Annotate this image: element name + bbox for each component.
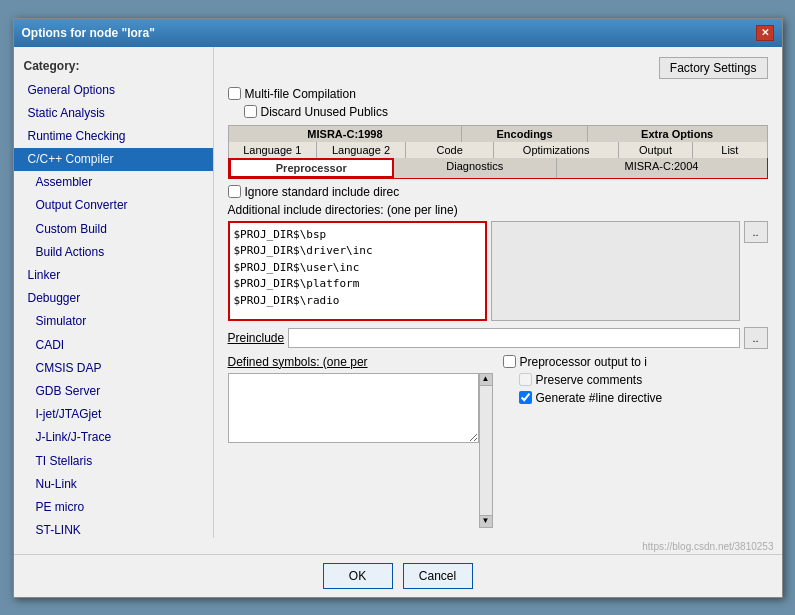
sidebar-item-ijet[interactable]: I-jet/JTAGjet (14, 403, 213, 426)
ignore-include-text: Ignore standard include direc (245, 185, 400, 199)
include-scrollbar[interactable] (491, 221, 740, 321)
discard-unused-label[interactable]: Discard Unused Publics (244, 105, 388, 119)
dialog-title: Options for node "lora" (22, 26, 155, 40)
include-dirs-row: $PROJ_DIR$\bsp $PROJ_DIR$\driver\inc $PR… (228, 221, 768, 321)
pp-output-label[interactable]: Preprocessor output to i (503, 355, 647, 369)
preprocessor-output-col: Preprocessor output to i Preserve commen… (503, 355, 768, 528)
preserve-comments-text: Preserve comments (536, 373, 643, 387)
tab-output[interactable]: Output (619, 142, 693, 158)
discard-unused-text: Discard Unused Publics (261, 105, 388, 119)
preinclude-input[interactable] (288, 328, 739, 348)
preserve-row: Preserve comments (519, 373, 768, 387)
defined-symbols-label: Defined symbols: (one per (228, 355, 493, 369)
generate-line-checkbox[interactable] (519, 391, 532, 404)
sidebar-item-jlink[interactable]: J-Link/J-Trace (14, 426, 213, 449)
watermark-row: https://blog.csdn.net/3810253 (14, 538, 782, 554)
sidebar-item-general-options[interactable]: General Options (14, 79, 213, 102)
tab-language1[interactable]: Language 1 (229, 142, 318, 158)
sidebar-item-custom-build[interactable]: Custom Build (14, 218, 213, 241)
tab-list[interactable]: List (693, 142, 766, 158)
title-bar: Options for node "lora" ✕ (14, 19, 782, 47)
scroll-up-btn[interactable]: ▲ (480, 374, 492, 386)
pp-output-checkbox[interactable] (503, 355, 516, 368)
sidebar-item-pe-micro[interactable]: PE micro (14, 496, 213, 519)
include-browse-button[interactable]: .. (744, 221, 768, 243)
tab-encodings[interactable]: Encodings (462, 126, 587, 142)
sidebar-item-nu-link[interactable]: Nu-Link (14, 473, 213, 496)
tab-misra-2004[interactable]: MISRA-C:2004 (557, 158, 767, 178)
sidebar-item-cpp-compiler[interactable]: C/C++ Compiler (14, 148, 213, 171)
sidebar-item-cadi[interactable]: CADI (14, 334, 213, 357)
generate-line-text: Generate #line directive (536, 391, 663, 405)
preinclude-row: Preinclude .. (228, 327, 768, 349)
defined-box-wrap: ▲ ▼ (228, 373, 493, 528)
ignore-include-label[interactable]: Ignore standard include direc (228, 185, 400, 199)
dialog-footer: OK Cancel (14, 554, 782, 597)
generate-line-label[interactable]: Generate #line directive (519, 391, 663, 405)
watermark-text: https://blog.csdn.net/3810253 (642, 541, 773, 552)
top-row: Factory Settings (228, 57, 768, 79)
sidebar-item-runtime-checking[interactable]: Runtime Checking (14, 125, 213, 148)
preinclude-browse-button[interactable]: .. (744, 327, 768, 349)
include-box-wrap: $PROJ_DIR$\bsp $PROJ_DIR$\driver\inc $PR… (228, 221, 740, 321)
tab-code[interactable]: Code (406, 142, 495, 158)
tab-misra-1998[interactable]: MISRA-C:1998 (229, 126, 463, 142)
active-tab-row: Preprocessor Diagnostics MISRA-C:2004 (228, 158, 768, 179)
ignore-include-checkbox[interactable] (228, 185, 241, 198)
sidebar-item-static-analysis[interactable]: Static Analysis (14, 102, 213, 125)
tab-extra-options[interactable]: Extra Options (588, 126, 767, 142)
tab-optimizations[interactable]: Optimizations (494, 142, 618, 158)
sidebar-item-st-link[interactable]: ST-LINK (14, 519, 213, 537)
include-side-buttons: .. (744, 221, 768, 243)
tab-language2[interactable]: Language 2 (317, 142, 406, 158)
scroll-track (480, 386, 492, 515)
pp-output-text: Preprocessor output to i (520, 355, 647, 369)
preserve-comments-label[interactable]: Preserve comments (519, 373, 643, 387)
include-dirs-textarea[interactable]: $PROJ_DIR$\bsp $PROJ_DIR$\driver\inc $PR… (228, 221, 487, 321)
generate-line-row: Generate #line directive (519, 391, 768, 405)
preinclude-label: Preinclude (228, 331, 285, 345)
close-button[interactable]: ✕ (756, 25, 774, 41)
defined-scrollbar[interactable]: ▲ ▼ (479, 373, 493, 528)
sidebar-item-assembler[interactable]: Assembler (14, 171, 213, 194)
ok-button[interactable]: OK (323, 563, 393, 589)
sidebar-item-simulator[interactable]: Simulator (14, 310, 213, 333)
compilation-options: Multi-file Compilation (228, 87, 768, 101)
tab-diagnostics[interactable]: Diagnostics (394, 158, 557, 178)
pp-output-row: Preprocessor output to i (503, 355, 768, 369)
tab-header-row1: MISRA-C:1998 Encodings Extra Options (228, 125, 768, 142)
scroll-down-btn[interactable]: ▼ (480, 515, 492, 527)
sidebar-item-gdb-server[interactable]: GDB Server (14, 380, 213, 403)
sidebar: Category: General Options Static Analysi… (14, 47, 214, 538)
sidebar-item-debugger[interactable]: Debugger (14, 287, 213, 310)
ignore-include-row: Ignore standard include direc (228, 185, 768, 199)
sidebar-item-ti-stellaris[interactable]: TI Stellaris (14, 450, 213, 473)
cancel-button[interactable]: Cancel (403, 563, 473, 589)
factory-settings-button[interactable]: Factory Settings (659, 57, 768, 79)
multi-file-label[interactable]: Multi-file Compilation (228, 87, 356, 101)
category-label: Category: (14, 55, 213, 77)
tab-preprocessor[interactable]: Preprocessor (229, 158, 395, 178)
discard-options: Discard Unused Publics (244, 105, 768, 119)
discard-unused-checkbox[interactable] (244, 105, 257, 118)
dialog-body: Category: General Options Static Analysi… (14, 47, 782, 538)
additional-include-label: Additional include directories: (one per… (228, 203, 768, 217)
main-content: Factory Settings Multi-file Compilation … (214, 47, 782, 538)
preserve-comments-checkbox[interactable] (519, 373, 532, 386)
multi-file-checkbox[interactable] (228, 87, 241, 100)
sidebar-item-output-converter[interactable]: Output Converter (14, 194, 213, 217)
sidebar-item-cmsis-dap[interactable]: CMSIS DAP (14, 357, 213, 380)
bottom-section: Defined symbols: (one per ▲ ▼ (228, 355, 768, 528)
tab-subheader-row: Language 1 Language 2 Code Optimizations… (228, 142, 768, 158)
sidebar-item-linker[interactable]: Linker (14, 264, 213, 287)
options-dialog: Options for node "lora" ✕ Category: Gene… (13, 18, 783, 598)
defined-symbols-col: Defined symbols: (one per ▲ ▼ (228, 355, 493, 528)
defined-symbols-textarea[interactable] (228, 373, 479, 443)
sidebar-item-build-actions[interactable]: Build Actions (14, 241, 213, 264)
multi-file-text: Multi-file Compilation (245, 87, 356, 101)
